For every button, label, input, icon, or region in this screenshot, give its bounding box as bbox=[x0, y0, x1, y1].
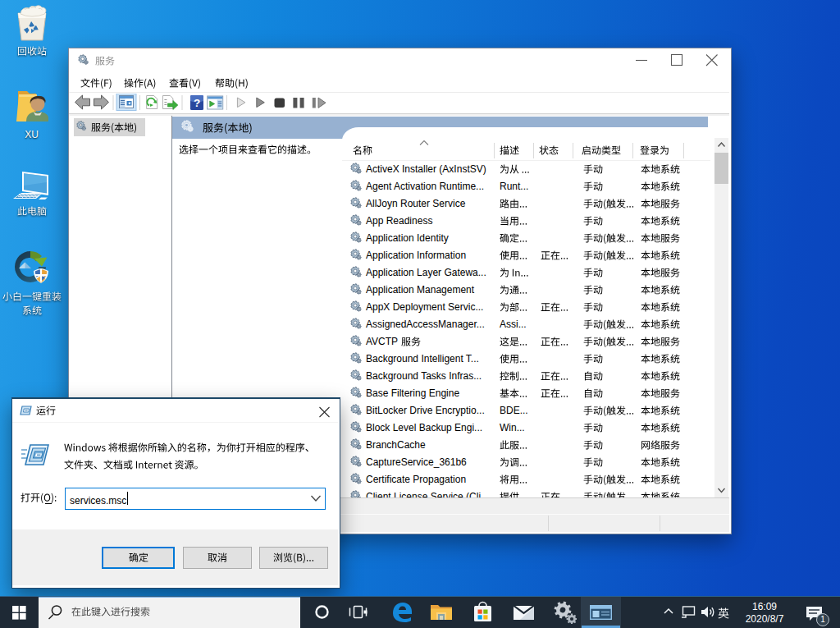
svg-text:?: ? bbox=[194, 97, 200, 109]
